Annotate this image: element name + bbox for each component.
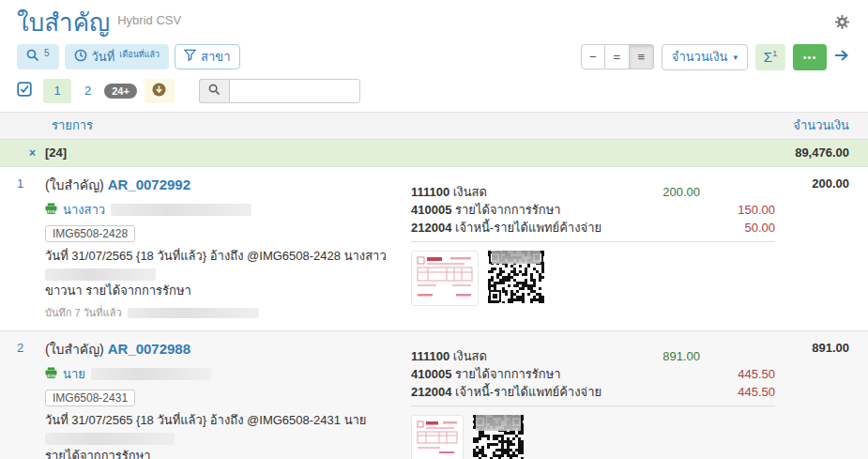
- invoice-thumbnail[interactable]: [411, 251, 479, 306]
- close-group-icon[interactable]: ×: [29, 146, 45, 160]
- magnifier-icon: [208, 84, 221, 99]
- funnel-icon: [184, 49, 196, 65]
- row-document-info: (ใบสำคัญ) AR_0072988 นาย IMG6508-2431 วั…: [45, 339, 411, 459]
- credit-amount: 445.50: [700, 383, 775, 401]
- row-left-column: 1 (ใบสำคัญ) AR_0072992 นางสาว IMG6508-24…: [0, 175, 411, 322]
- account-label: รายได้จากการรักษา: [455, 367, 561, 381]
- voucher-list-page: ใบสำคัญ Hybrid CSV 5 วันที่ เดือนที่แล: [0, 0, 868, 459]
- account-name: 111100 เงินสด: [411, 347, 627, 365]
- select-all-button[interactable]: [17, 82, 32, 99]
- table-header: รายการ จำนวนเงิน: [0, 113, 868, 140]
- account-line: 410005 รายได้จากการรักษา 150.00: [411, 201, 775, 219]
- date-filter-value: เดือนที่แล้ว: [119, 48, 160, 61]
- record-meta: บันทึก 7 วันที่แล้ว: [45, 304, 402, 321]
- voucher-table: รายการ จำนวนเงิน × [24] 89,476.00 1 (ใบส…: [0, 112, 868, 459]
- density-detailed-button[interactable]: ≡: [630, 44, 654, 69]
- debit-amount: [627, 201, 700, 219]
- document-type: (ใบสำคัญ): [45, 342, 104, 357]
- page-title: ใบสำคัญ: [17, 9, 110, 37]
- debit-amount: [627, 383, 700, 401]
- redacted-person-name: [91, 368, 211, 380]
- account-label: เงินสด: [453, 349, 487, 363]
- branch-filter-label: สาขา: [201, 49, 230, 65]
- account-name: 111100 เงินสด: [411, 183, 627, 201]
- sigma-icon: Σ: [764, 49, 772, 65]
- sort-dropdown[interactable]: จำนวนเงิน ▾: [662, 44, 748, 70]
- header: ใบสำคัญ Hybrid CSV: [0, 0, 868, 37]
- toolbar-bottom: 1 2 24+: [0, 70, 868, 103]
- credit-amount: 50.00: [700, 219, 775, 237]
- document-number-link[interactable]: AR_0072988: [108, 341, 190, 357]
- column-header-items: รายการ: [52, 115, 93, 135]
- person-line: นางสาว: [45, 200, 402, 220]
- density-medium-button[interactable]: =: [605, 44, 630, 69]
- search-filter-chip[interactable]: 5: [17, 44, 59, 69]
- person-prefix[interactable]: นางสาว: [63, 200, 105, 220]
- page-1-button[interactable]: 1: [43, 79, 71, 103]
- clock-icon: [74, 49, 87, 65]
- person-prefix[interactable]: นาย: [63, 364, 85, 384]
- attachment-thumbnails: [411, 415, 775, 459]
- qr-code-thumbnail[interactable]: [488, 251, 544, 303]
- credit-amount: 150.00: [700, 201, 775, 219]
- row-total-amount: 891.00: [775, 339, 849, 355]
- search-box: [199, 79, 360, 103]
- account-line: 212004 เจ้าหนี้-รายได้แพทย์ค้างจ่าย 50.0…: [411, 219, 775, 237]
- document-number-link[interactable]: AR_0072992: [108, 176, 190, 192]
- view-controls: − = ≡ จำนวนเงิน ▾ Σ1 •••: [581, 44, 849, 70]
- invoice-thumbnail[interactable]: [411, 415, 464, 459]
- account-name: 410005 รายได้จากการรักษา: [411, 201, 627, 219]
- date-filter-chip[interactable]: วันที่ เดือนที่แล้ว: [65, 44, 170, 69]
- ellipsis-icon: •••: [803, 52, 817, 63]
- document-title: (ใบสำคัญ) AR_0072992: [45, 175, 402, 195]
- redacted-description: [45, 433, 175, 445]
- more-actions-button[interactable]: •••: [793, 44, 827, 70]
- debit-amount: 200.00: [627, 183, 700, 201]
- reference-tag[interactable]: IMG6508-2428: [45, 225, 135, 242]
- table-row: 2 (ใบสำคัญ) AR_0072988 นาย IMG6508-2431: [0, 331, 868, 459]
- search-input[interactable]: [229, 79, 360, 103]
- sort-label: จำนวนเงิน: [672, 47, 728, 67]
- printer-icon: [45, 367, 57, 381]
- arrow-right-icon: [834, 49, 849, 65]
- credit-amount: [700, 183, 775, 201]
- group-summary-row: × [24] 89,476.00: [0, 140, 868, 167]
- row-left-column: 2 (ใบสำคัญ) AR_0072988 นาย IMG6508-2431: [0, 339, 411, 459]
- density-compact-button[interactable]: −: [581, 44, 605, 69]
- qr-code-thumbnail[interactable]: [473, 415, 524, 459]
- load-more-button[interactable]: [145, 79, 175, 103]
- account-code: 212004: [411, 221, 451, 235]
- redacted-description: [45, 268, 156, 281]
- redacted-meta: [128, 308, 259, 318]
- account-label: เจ้าหนี้-รายได้แพทย์ค้างจ่าย: [455, 221, 602, 235]
- page-2-link[interactable]: 2: [79, 84, 97, 98]
- description-text: วันที่ 31/07/2565 {18 วันที่แล้ว} อ้างถึ…: [45, 248, 402, 301]
- person-line: นาย: [45, 364, 402, 384]
- account-label: รายได้จากการรักษา: [455, 203, 561, 217]
- document-type: (ใบสำคัญ): [45, 177, 104, 192]
- account-code: 410005: [411, 203, 451, 217]
- reference-tag[interactable]: IMG6508-2431: [45, 390, 135, 406]
- density-toggle-group: − = ≡: [581, 44, 654, 69]
- branch-filter-chip[interactable]: สาขา: [175, 44, 239, 69]
- record-count-badge: 24+: [104, 84, 137, 99]
- sum-button[interactable]: Σ1: [755, 44, 785, 70]
- chevron-down-icon: ▾: [733, 53, 738, 62]
- settings-button[interactable]: [835, 15, 849, 32]
- checkbox-check-icon: [17, 82, 32, 99]
- table-row: 1 (ใบสำคัญ) AR_0072992 นางสาว IMG6508-24…: [0, 167, 868, 332]
- column-header-amount: จำนวนเงิน: [793, 115, 849, 135]
- debit-amount: [627, 365, 700, 383]
- description-line-1: วันที่ 31/07/2565 {18 วันที่แล้ว} อ้างถึ…: [45, 413, 366, 427]
- debit-amount: 891.00: [627, 347, 700, 365]
- account-label: เงินสด: [453, 185, 487, 199]
- account-lines: 111100 เงินสด 200.00 410005 รายได้จากการ…: [411, 180, 775, 242]
- search-filter-count: 5: [44, 48, 50, 58]
- row-total-amount: 200.00: [775, 175, 849, 191]
- document-title: (ใบสำคัญ) AR_0072988: [45, 339, 402, 360]
- next-page-button[interactable]: [834, 49, 849, 65]
- account-code: 111100: [411, 349, 449, 363]
- description-line-2: ขาวนา รายได้จากการรักษา: [45, 283, 191, 298]
- description-text: วันที่ 31/07/2565 {18 วันที่แล้ว} อ้างถึ…: [45, 412, 402, 459]
- sum-count: 1: [772, 49, 777, 58]
